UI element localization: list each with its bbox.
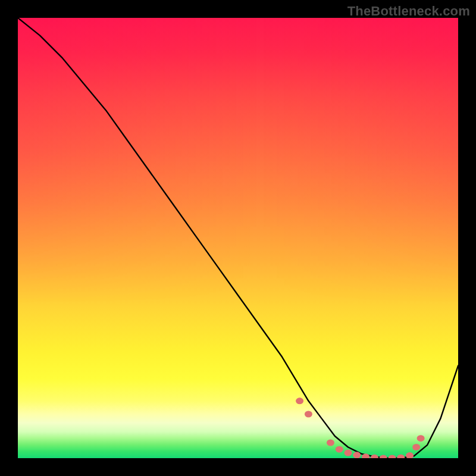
marker-dot — [353, 452, 361, 458]
marker-dot — [327, 440, 334, 446]
marker-dot — [406, 452, 414, 458]
marker-dot — [380, 455, 387, 459]
chart-frame: TheBottleneck.com — [0, 0, 476, 476]
marker-dot — [336, 446, 343, 453]
watermark-label: TheBottleneck.com — [347, 4, 470, 19]
marker-dot — [296, 397, 303, 404]
marker-dot — [389, 455, 396, 459]
highlight-dots — [296, 397, 424, 458]
curve-svg — [18, 18, 458, 458]
marker-dot — [345, 450, 352, 456]
marker-dot — [371, 455, 378, 458]
marker-dot — [417, 435, 425, 441]
marker-dot — [412, 444, 420, 450]
marker-dot — [397, 455, 405, 458]
plot-area — [18, 18, 458, 458]
marker-dot — [305, 411, 312, 418]
bottleneck-curve — [18, 18, 458, 458]
